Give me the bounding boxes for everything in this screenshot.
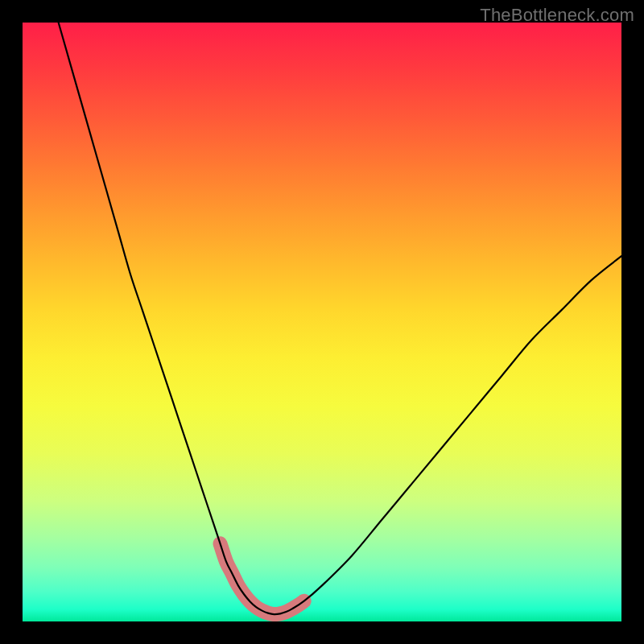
watermark-text: TheBottleneck.com <box>480 5 634 26</box>
curve-svg <box>23 23 621 621</box>
chart-frame: TheBottleneck.com <box>0 0 644 644</box>
bottleneck-curve-path <box>59 23 621 614</box>
plot-area <box>23 23 621 621</box>
highlight-band-path <box>221 543 304 614</box>
